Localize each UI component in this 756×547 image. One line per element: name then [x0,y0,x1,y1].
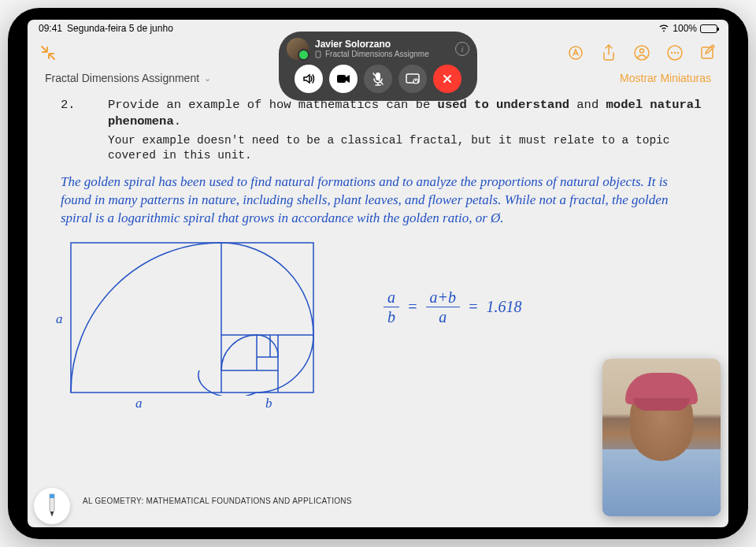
caller-subtitle: Fractal Dimensions Assignme [315,50,429,58]
end-call-button[interactable] [433,65,461,93]
eq-frac2-bot: a [439,307,447,325]
question-text: Provide an example of how mathematics ca… [108,97,705,130]
eq-value: 1.618 [487,298,522,316]
svg-point-2 [640,49,644,53]
facetime-overlay[interactable]: Javier Solorzano Fractal Dimensions Assi… [279,32,477,101]
svg-point-5 [674,52,676,54]
mute-button[interactable] [364,65,392,93]
exit-fullscreen-icon[interactable] [39,43,57,62]
share-doc-name: Fractal Dimensions Assignme [325,50,429,58]
show-thumbnails-button[interactable]: Mostrar Miniaturas [620,72,711,84]
document-title-dropdown[interactable]: Fractal Dimensions Assignment ⌄ [45,72,211,84]
status-date: Segunda-feira 5 de junho [67,23,173,34]
status-time: 09:41 [39,23,62,34]
question-mid: and [569,98,606,112]
more-icon[interactable] [665,43,684,62]
info-icon[interactable]: i [455,42,469,56]
eq-equals-1: = [407,298,418,316]
label-a-horizontal: a [135,396,143,411]
camera-button[interactable] [329,65,358,93]
handwritten-answer: The golden spiral has been used to find … [61,173,705,228]
markup-icon[interactable] [566,43,585,62]
eq-frac2-top: a+b [426,289,461,307]
caller-avatar [287,38,309,60]
label-a-vertical: a [56,311,63,327]
chevron-down-icon: ⌄ [204,73,211,84]
drawing-tool-button[interactable] [34,488,70,524]
speaker-button[interactable] [295,65,323,93]
question-block: 2. Provide an example of how mathematics… [61,97,705,164]
svg-point-6 [677,52,679,54]
eq-equals-2: = [468,298,479,316]
share-icon[interactable] [599,43,618,62]
svg-rect-17 [316,51,321,58]
question-number: 2. [61,97,108,164]
question-subtext: Your example doesn't need to be a classi… [108,133,705,164]
svg-rect-16 [50,494,54,498]
screen: 09:41 Segunda-feira 5 de junho 100% [28,20,728,527]
golden-ratio-equation: a b = a+b a = 1.618 [384,289,522,325]
golden-spiral-diagram [70,242,314,396]
eq-frac1-bot: b [387,307,395,325]
collaborate-icon[interactable] [632,43,651,62]
page-footer-text: AL GEOMETRY: MATHEMATICAL FOUNDATIONS AN… [83,497,352,505]
facetime-self-view[interactable] [602,359,721,516]
battery-percent: 100% [673,23,697,34]
caller-name: Javier Solorzano [315,39,429,50]
svg-point-22 [415,80,417,81]
eq-frac1-top: a [384,289,399,307]
pen-icon [42,493,62,519]
wifi-icon [658,23,669,34]
svg-point-4 [671,52,673,54]
ipad-frame: 09:41 Segunda-feira 5 de junho 100% [8,8,748,539]
question-end: . [174,114,181,128]
document-title: Fractal Dimensions Assignment [45,72,199,84]
svg-rect-18 [337,75,346,83]
compose-icon[interactable] [699,43,717,62]
label-b-horizontal: b [265,396,272,411]
battery-icon [700,24,717,33]
screenshare-button[interactable] [398,65,427,93]
